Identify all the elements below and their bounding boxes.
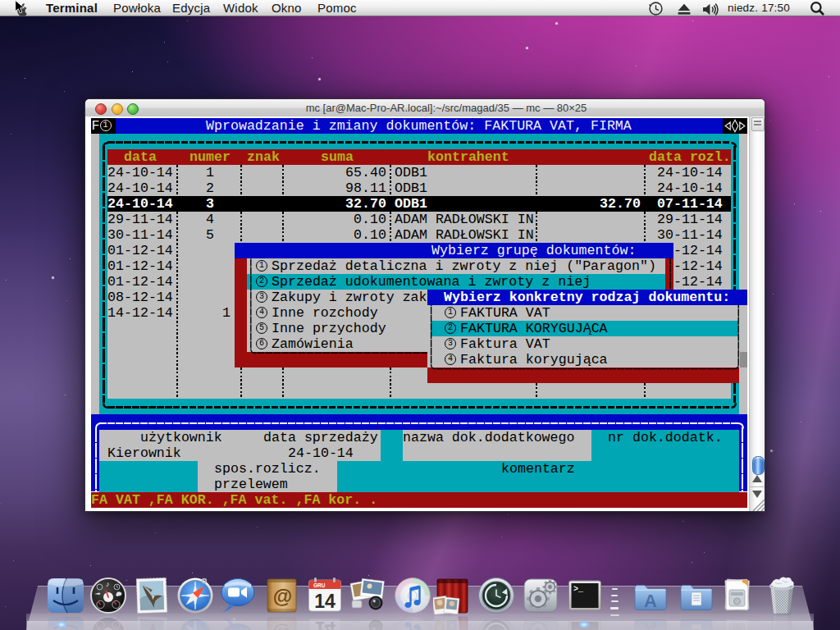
- svg-text:14: 14: [314, 591, 336, 612]
- svg-text:@: @: [272, 585, 291, 607]
- svg-text:♪: ♪: [106, 580, 110, 588]
- svg-text:A: A: [644, 591, 657, 611]
- svg-text:>_: >_: [573, 585, 584, 594]
- svg-text:GRU: GRU: [313, 582, 326, 588]
